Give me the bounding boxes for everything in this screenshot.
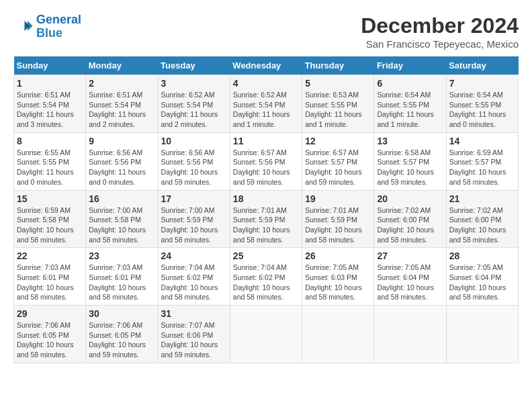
day-info: Sunrise: 7:05 AM Sunset: 6:03 PM Dayligh… xyxy=(305,263,371,302)
calendar-cell: 17 Sunrise: 7:00 AM Sunset: 5:59 PM Dayl… xyxy=(158,190,230,248)
calendar-cell: 30 Sunrise: 7:06 AM Sunset: 6:05 PM Dayl… xyxy=(86,306,158,363)
calendar-cell: 19 Sunrise: 7:01 AM Sunset: 5:59 PM Dayl… xyxy=(302,190,374,248)
day-info: Sunrise: 7:04 AM Sunset: 6:02 PM Dayligh… xyxy=(161,263,227,302)
day-number: 16 xyxy=(89,193,154,204)
header-wednesday: Wednesday xyxy=(230,56,302,75)
day-info: Sunrise: 7:01 AM Sunset: 5:59 PM Dayligh… xyxy=(305,205,371,245)
day-number: 27 xyxy=(377,250,443,261)
calendar-body: 1 Sunrise: 6:51 AM Sunset: 5:54 PM Dayli… xyxy=(14,75,519,363)
day-info: Sunrise: 7:05 AM Sunset: 6:04 PM Dayligh… xyxy=(377,263,443,302)
calendar-cell: 31 Sunrise: 7:07 AM Sunset: 6:06 PM Dayl… xyxy=(158,306,230,363)
calendar-cell: 13 Sunrise: 6:58 AM Sunset: 5:57 PM Dayl… xyxy=(374,132,446,190)
calendar-cell: 26 Sunrise: 7:05 AM Sunset: 6:03 PM Dayl… xyxy=(302,248,374,306)
day-number: 30 xyxy=(89,308,154,319)
header-monday: Monday xyxy=(86,56,158,75)
day-number: 31 xyxy=(161,308,227,319)
day-info: Sunrise: 7:02 AM Sunset: 6:00 PM Dayligh… xyxy=(449,205,515,245)
title-block: December 2024 San Francisco Tepeyecac, M… xyxy=(361,13,519,50)
day-number: 7 xyxy=(449,78,515,89)
calendar-cell: 11 Sunrise: 6:57 AM Sunset: 5:56 PM Dayl… xyxy=(230,132,302,190)
day-info: Sunrise: 6:52 AM Sunset: 5:54 PM Dayligh… xyxy=(161,90,227,130)
calendar-cell: 15 Sunrise: 6:59 AM Sunset: 5:58 PM Dayl… xyxy=(14,190,86,248)
calendar-cell: 4 Sunrise: 6:52 AM Sunset: 5:54 PM Dayli… xyxy=(230,75,302,133)
day-info: Sunrise: 6:59 AM Sunset: 5:57 PM Dayligh… xyxy=(449,148,515,187)
day-number: 17 xyxy=(161,193,227,204)
logo-icon xyxy=(13,17,34,37)
logo-line1: General xyxy=(36,13,81,26)
day-number: 29 xyxy=(17,308,83,319)
day-number: 24 xyxy=(161,250,227,261)
day-info: Sunrise: 6:51 AM Sunset: 5:54 PM Dayligh… xyxy=(89,90,154,130)
logo-text: General Blue xyxy=(36,13,81,40)
day-number: 15 xyxy=(17,193,83,204)
day-info: Sunrise: 6:56 AM Sunset: 5:56 PM Dayligh… xyxy=(89,148,154,187)
calendar-cell: 6 Sunrise: 6:54 AM Sunset: 5:55 PM Dayli… xyxy=(374,75,446,133)
day-info: Sunrise: 7:05 AM Sunset: 6:04 PM Dayligh… xyxy=(449,263,515,302)
day-info: Sunrise: 7:01 AM Sunset: 5:59 PM Dayligh… xyxy=(233,205,299,245)
day-info: Sunrise: 7:06 AM Sunset: 6:05 PM Dayligh… xyxy=(89,320,154,360)
day-info: Sunrise: 7:03 AM Sunset: 6:01 PM Dayligh… xyxy=(89,263,154,302)
calendar-header-row: Sunday Monday Tuesday Wednesday Thursday… xyxy=(14,56,519,75)
calendar-cell: 2 Sunrise: 6:51 AM Sunset: 5:54 PM Dayli… xyxy=(86,75,158,133)
day-info: Sunrise: 7:02 AM Sunset: 6:00 PM Dayligh… xyxy=(377,205,443,245)
calendar-cell: 18 Sunrise: 7:01 AM Sunset: 5:59 PM Dayl… xyxy=(230,190,302,248)
calendar-cell: 29 Sunrise: 7:06 AM Sunset: 6:05 PM Dayl… xyxy=(14,306,86,363)
day-number: 4 xyxy=(233,78,299,89)
calendar-cell xyxy=(302,306,374,363)
day-number: 3 xyxy=(161,78,227,89)
header-friday: Friday xyxy=(374,56,446,75)
calendar-table: Sunday Monday Tuesday Wednesday Thursday… xyxy=(13,56,519,363)
day-number: 25 xyxy=(233,250,299,261)
day-info: Sunrise: 6:55 AM Sunset: 5:55 PM Dayligh… xyxy=(17,148,83,187)
day-info: Sunrise: 6:57 AM Sunset: 5:56 PM Dayligh… xyxy=(233,148,299,187)
day-number: 14 xyxy=(449,136,515,146)
logo: General Blue xyxy=(13,13,81,40)
day-number: 10 xyxy=(161,136,227,146)
day-info: Sunrise: 7:00 AM Sunset: 5:58 PM Dayligh… xyxy=(89,205,154,245)
calendar-cell: 14 Sunrise: 6:59 AM Sunset: 5:57 PM Dayl… xyxy=(446,132,518,190)
calendar-cell: 27 Sunrise: 7:05 AM Sunset: 6:04 PM Dayl… xyxy=(374,248,446,306)
day-number: 28 xyxy=(449,250,515,261)
day-number: 5 xyxy=(305,78,371,89)
day-number: 11 xyxy=(233,136,299,146)
calendar-cell: 20 Sunrise: 7:02 AM Sunset: 6:00 PM Dayl… xyxy=(374,190,446,248)
calendar-cell: 22 Sunrise: 7:03 AM Sunset: 6:01 PM Dayl… xyxy=(14,248,86,306)
page-header: General Blue December 2024 San Francisco… xyxy=(13,13,519,50)
day-number: 12 xyxy=(305,136,371,146)
calendar-week-3: 22 Sunrise: 7:03 AM Sunset: 6:01 PM Dayl… xyxy=(14,248,519,306)
header-tuesday: Tuesday xyxy=(158,56,230,75)
header-saturday: Saturday xyxy=(446,56,518,75)
location: San Francisco Tepeyecac, Mexico xyxy=(361,38,519,50)
day-number: 2 xyxy=(89,78,154,89)
day-info: Sunrise: 7:00 AM Sunset: 5:59 PM Dayligh… xyxy=(161,205,227,245)
day-info: Sunrise: 7:07 AM Sunset: 6:06 PM Dayligh… xyxy=(161,320,227,360)
calendar-cell: 9 Sunrise: 6:56 AM Sunset: 5:56 PM Dayli… xyxy=(86,132,158,190)
calendar-cell: 25 Sunrise: 7:04 AM Sunset: 6:02 PM Dayl… xyxy=(230,248,302,306)
day-number: 26 xyxy=(305,250,371,261)
day-number: 23 xyxy=(89,250,154,261)
day-info: Sunrise: 7:04 AM Sunset: 6:02 PM Dayligh… xyxy=(233,263,299,302)
day-info: Sunrise: 6:54 AM Sunset: 5:55 PM Dayligh… xyxy=(377,90,443,130)
day-number: 1 xyxy=(17,78,83,89)
calendar-cell xyxy=(446,306,518,363)
month-title: December 2024 xyxy=(361,13,519,38)
calendar-cell xyxy=(374,306,446,363)
calendar-cell: 28 Sunrise: 7:05 AM Sunset: 6:04 PM Dayl… xyxy=(446,248,518,306)
day-info: Sunrise: 6:52 AM Sunset: 5:54 PM Dayligh… xyxy=(233,90,299,130)
day-info: Sunrise: 6:54 AM Sunset: 5:55 PM Dayligh… xyxy=(449,90,515,130)
day-number: 8 xyxy=(17,136,83,146)
day-number: 9 xyxy=(89,136,154,146)
day-info: Sunrise: 6:56 AM Sunset: 5:56 PM Dayligh… xyxy=(161,148,227,187)
calendar-cell: 8 Sunrise: 6:55 AM Sunset: 5:55 PM Dayli… xyxy=(14,132,86,190)
calendar-cell xyxy=(230,306,302,363)
day-number: 18 xyxy=(233,193,299,204)
day-info: Sunrise: 7:06 AM Sunset: 6:05 PM Dayligh… xyxy=(17,320,83,360)
calendar-cell: 23 Sunrise: 7:03 AM Sunset: 6:01 PM Dayl… xyxy=(86,248,158,306)
day-number: 13 xyxy=(377,136,443,146)
calendar-week-4: 29 Sunrise: 7:06 AM Sunset: 6:05 PM Dayl… xyxy=(14,306,519,363)
calendar-week-2: 15 Sunrise: 6:59 AM Sunset: 5:58 PM Dayl… xyxy=(14,190,519,248)
day-info: Sunrise: 6:57 AM Sunset: 5:57 PM Dayligh… xyxy=(305,148,371,187)
day-number: 21 xyxy=(449,193,515,204)
day-info: Sunrise: 6:58 AM Sunset: 5:57 PM Dayligh… xyxy=(377,148,443,187)
calendar-cell: 10 Sunrise: 6:56 AM Sunset: 5:56 PM Dayl… xyxy=(158,132,230,190)
